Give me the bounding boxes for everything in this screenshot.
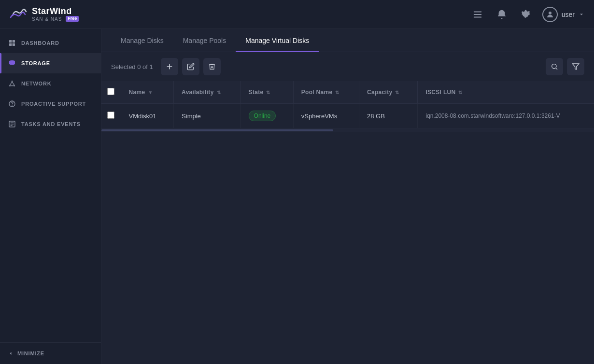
avatar [542,7,558,22]
th-availability[interactable]: Availability ⇅ [174,81,241,104]
svg-point-3 [549,12,552,14]
user-name: user [562,11,575,18]
svg-point-16 [12,105,12,106]
table-row[interactable]: VMdisk01 Simple Online vSphereVMs 28 GB … [101,104,594,128]
logo-text: StarWind SAN & NAS Free [32,7,79,22]
main-layout: DASHBOARD STORAGE [0,29,594,364]
sidebar-item-tasks-events[interactable]: TASKS AND EVENTS [0,114,101,134]
gear-icon [521,9,531,20]
th-iscsi-lun[interactable]: ISCSI LUN ⇅ [418,81,594,104]
content-area: Manage Disks Manage Pools Manage Virtual… [101,29,594,364]
user-menu[interactable]: user [542,7,584,22]
bell-icon [496,9,507,20]
starwind-logo-icon [10,6,27,23]
cell-name: VMdisk01 [121,104,174,128]
bell-icon-button[interactable] [494,7,509,22]
edit-button[interactable] [182,58,199,75]
th-state[interactable]: State ⇅ [240,81,293,104]
th-pool-name[interactable]: Pool Name ⇅ [293,81,359,104]
capacity-sort-icon: ⇅ [395,90,399,95]
minimize-label: MINIMIZE [17,350,44,356]
plus-icon [166,63,173,70]
selected-info: Selected 0 of 1 [111,63,153,70]
chevron-down-icon [579,12,584,17]
iscsi-sort-icon: ⇅ [458,90,462,95]
svg-rect-6 [9,43,12,46]
sidebar-item-proactive-support[interactable]: PROACTIVE SUPPORT [0,94,101,114]
network-icon [8,79,16,88]
tabs-bar: Manage Disks Manage Pools Manage Virtual… [101,29,594,52]
logo-free: Free [66,16,79,22]
gear-icon-button[interactable] [518,7,534,22]
toolbar-right [546,58,584,75]
sidebar-label-dashboard: DASHBOARD [21,40,59,46]
name-sort-icon: ▼ [148,90,153,95]
search-icon [551,63,558,70]
svg-line-12 [10,82,12,85]
svg-rect-5 [13,40,15,42]
cell-pool-name: vSphereVMs [293,104,359,128]
select-all-checkbox[interactable] [107,88,114,95]
toolbar-left: Selected 0 of 1 [111,58,221,75]
svg-rect-2 [474,16,482,17]
state-sort-icon: ⇅ [266,90,270,95]
proactive-support-icon [8,99,16,108]
sidebar-item-dashboard[interactable]: DASHBOARD [0,33,101,53]
sidebar: DASHBOARD STORAGE [0,29,101,364]
sidebar-nav: DASHBOARD STORAGE [0,29,101,342]
add-button[interactable] [161,58,178,75]
svg-rect-1 [474,14,482,15]
list-icon [472,9,483,20]
sidebar-label-network: NETWORK [21,81,51,86]
scroll-thumb [101,129,333,131]
sidebar-footer: MINIMIZE [0,342,101,364]
horizontal-scrollbar[interactable] [101,128,594,132]
logo-area: StarWind SAN & NAS Free [10,6,79,23]
row-checkbox-cell[interactable] [101,104,121,128]
status-badge: Online [249,111,276,121]
sidebar-label-storage: STORAGE [21,60,50,66]
filter-button[interactable] [567,58,584,75]
cell-capacity: 28 GB [359,104,418,128]
storage-icon [8,59,16,68]
sidebar-item-network[interactable]: NETWORK [0,73,101,94]
toolbar: Selected 0 of 1 [101,52,594,81]
th-select-all[interactable] [101,81,121,104]
edit-icon [187,63,195,70]
availability-sort-icon: ⇅ [217,90,221,95]
tab-manage-pools[interactable]: Manage Pools [173,29,236,52]
th-capacity[interactable]: Capacity ⇅ [359,81,418,104]
delete-button[interactable] [203,58,221,75]
row-checkbox[interactable] [107,112,114,119]
tab-manage-virtual-disks[interactable]: Manage Virtual Disks [236,29,319,52]
tasks-events-icon [8,120,16,128]
virtual-disks-table: Name ▼ Availability ⇅ St [101,81,594,128]
top-header: StarWind SAN & NAS Free [0,0,594,29]
th-name[interactable]: Name ▼ [121,81,174,104]
trash-icon [208,63,216,70]
table-header-row: Name ▼ Availability ⇅ St [101,81,594,104]
list-icon-button[interactable] [470,7,485,22]
svg-point-23 [552,64,556,69]
tab-manage-disks[interactable]: Manage Disks [111,29,173,52]
svg-rect-0 [474,11,482,12]
sidebar-label-tasks-events: TASKS AND EVENTS [21,121,81,127]
logo-sub: SAN & NAS [32,16,62,22]
logo-name: StarWind [32,7,72,16]
svg-rect-4 [9,40,12,42]
header-actions: user [470,7,584,22]
table-container: Name ▼ Availability ⇅ St [101,81,594,364]
cell-availability: Simple [174,104,241,128]
user-avatar-icon [546,10,554,19]
sidebar-item-storage[interactable]: STORAGE [0,53,101,73]
chevron-left-icon [8,350,14,356]
svg-point-9 [12,81,13,82]
dashboard-icon [8,39,16,47]
filter-icon [572,63,580,70]
cell-iscsi-lun: iqn.2008-08.com.starwindsoftware:127.0.0… [418,104,594,128]
svg-rect-7 [13,43,15,46]
cell-state: Online [240,104,293,128]
search-button[interactable] [546,58,563,75]
svg-line-13 [12,82,14,85]
minimize-button[interactable]: MINIMIZE [8,350,93,356]
